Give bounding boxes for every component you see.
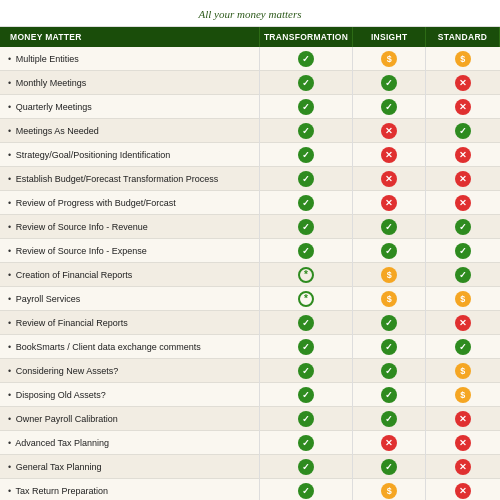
table-row: • Review of Financial Reports✓✓✕: [0, 311, 500, 335]
check-icon: ✓: [455, 219, 471, 235]
check-icon: ✓: [455, 267, 471, 283]
bullet: •: [8, 390, 11, 400]
comparison-table-wrapper: MONEY MATTER TRANSFORMATION INSIGHT STAN…: [0, 27, 500, 500]
table-row: • Review of Source Info - Revenue✓✓✓: [0, 215, 500, 239]
feature-cell: • Quarterly Meetings: [0, 95, 259, 119]
check-icon: ✓: [298, 387, 314, 403]
check-icon: ✓: [298, 99, 314, 115]
insight-cell: ✓: [353, 95, 426, 119]
cross-icon: ✕: [455, 315, 471, 331]
standard-cell: ✕: [426, 143, 500, 167]
transformation-cell: ✓: [259, 407, 352, 431]
asterisk-icon: *: [298, 291, 314, 307]
feature-cell: • Creation of Financial Reports: [0, 263, 259, 287]
check-icon: ✓: [455, 339, 471, 355]
cross-icon: ✕: [455, 99, 471, 115]
check-icon: ✓: [381, 75, 397, 91]
feature-cell: • Payroll Services: [0, 287, 259, 311]
cross-icon: ✕: [455, 459, 471, 475]
bullet: •: [8, 150, 11, 160]
dollar-icon: $: [381, 51, 397, 67]
table-row: • Disposing Old Assets?✓✓$: [0, 383, 500, 407]
cross-icon: ✕: [381, 123, 397, 139]
cross-icon: ✕: [455, 147, 471, 163]
table-row: • Meetings As Needed✓✕✓: [0, 119, 500, 143]
table-row: • Strategy/Goal/Positioning Identificati…: [0, 143, 500, 167]
bullet: •: [8, 270, 11, 280]
bullet: •: [8, 486, 11, 496]
table-header-row: MONEY MATTER TRANSFORMATION INSIGHT STAN…: [0, 27, 500, 47]
standard-cell: ✓: [426, 335, 500, 359]
cross-icon: ✕: [455, 411, 471, 427]
bullet: •: [8, 318, 11, 328]
bullet: •: [8, 78, 11, 88]
bullet: •: [8, 54, 11, 64]
dollar-icon: $: [455, 291, 471, 307]
check-icon: ✓: [298, 171, 314, 187]
check-icon: ✓: [381, 339, 397, 355]
check-icon: ✓: [298, 147, 314, 163]
bullet: •: [8, 342, 11, 352]
insight-cell: $: [353, 479, 426, 501]
feature-cell: • Review of Source Info - Expense: [0, 239, 259, 263]
table-row: • Quarterly Meetings✓✓✕: [0, 95, 500, 119]
feature-cell: • Advanced Tax Planning: [0, 431, 259, 455]
table-row: • Payroll Services*$$: [0, 287, 500, 311]
transformation-cell: ✓: [259, 455, 352, 479]
insight-cell: $: [353, 263, 426, 287]
check-icon: ✓: [381, 387, 397, 403]
insight-cell: ✕: [353, 191, 426, 215]
insight-cell: $: [353, 287, 426, 311]
insight-cell: $: [353, 47, 426, 71]
table-row: • Review of Source Info - Expense✓✓✓: [0, 239, 500, 263]
insight-cell: ✕: [353, 119, 426, 143]
check-icon: ✓: [381, 243, 397, 259]
insight-cell: ✕: [353, 143, 426, 167]
transformation-cell: ✓: [259, 479, 352, 501]
table-row: • Considering New Assets?✓✓$: [0, 359, 500, 383]
bullet: •: [8, 126, 11, 136]
check-icon: ✓: [298, 315, 314, 331]
table-row: • Review of Progress with Budget/Forcast…: [0, 191, 500, 215]
comparison-table: MONEY MATTER TRANSFORMATION INSIGHT STAN…: [0, 27, 500, 500]
col-header-money-matter: MONEY MATTER: [0, 27, 259, 47]
insight-cell: ✕: [353, 167, 426, 191]
table-row: • General Tax Planning✓✓✕: [0, 455, 500, 479]
dollar-icon: $: [381, 291, 397, 307]
table-row: • Multiple Entities✓$$: [0, 47, 500, 71]
bullet: •: [8, 246, 11, 256]
bullet: •: [8, 438, 11, 448]
check-icon: ✓: [298, 483, 314, 499]
transformation-cell: ✓: [259, 191, 352, 215]
bullet: •: [8, 366, 11, 376]
check-icon: ✓: [381, 315, 397, 331]
cross-icon: ✕: [455, 435, 471, 451]
standard-cell: ✓: [426, 263, 500, 287]
standard-cell: ✕: [426, 167, 500, 191]
table-row: • Creation of Financial Reports*$✓: [0, 263, 500, 287]
table-row: • Establish Budget/Forecast Transformati…: [0, 167, 500, 191]
check-icon: ✓: [381, 411, 397, 427]
cross-icon: ✕: [381, 171, 397, 187]
cross-icon: ✕: [381, 195, 397, 211]
check-icon: ✓: [455, 123, 471, 139]
standard-cell: $: [426, 383, 500, 407]
dollar-icon: $: [455, 363, 471, 379]
insight-cell: ✓: [353, 335, 426, 359]
feature-cell: • Strategy/Goal/Positioning Identificati…: [0, 143, 259, 167]
transformation-cell: ✓: [259, 119, 352, 143]
insight-cell: ✓: [353, 311, 426, 335]
feature-cell: • General Tax Planning: [0, 455, 259, 479]
transformation-cell: ✓: [259, 71, 352, 95]
standard-cell: ✕: [426, 479, 500, 501]
check-icon: ✓: [381, 99, 397, 115]
feature-cell: • Establish Budget/Forecast Transformati…: [0, 167, 259, 191]
feature-cell: • Review of Progress with Budget/Forcast: [0, 191, 259, 215]
check-icon: ✓: [381, 459, 397, 475]
transformation-cell: ✓: [259, 143, 352, 167]
bullet: •: [8, 462, 11, 472]
check-icon: ✓: [381, 363, 397, 379]
feature-cell: • BookSmarts / Client data exchange comm…: [0, 335, 259, 359]
standard-cell: ✕: [426, 191, 500, 215]
cross-icon: ✕: [455, 483, 471, 499]
